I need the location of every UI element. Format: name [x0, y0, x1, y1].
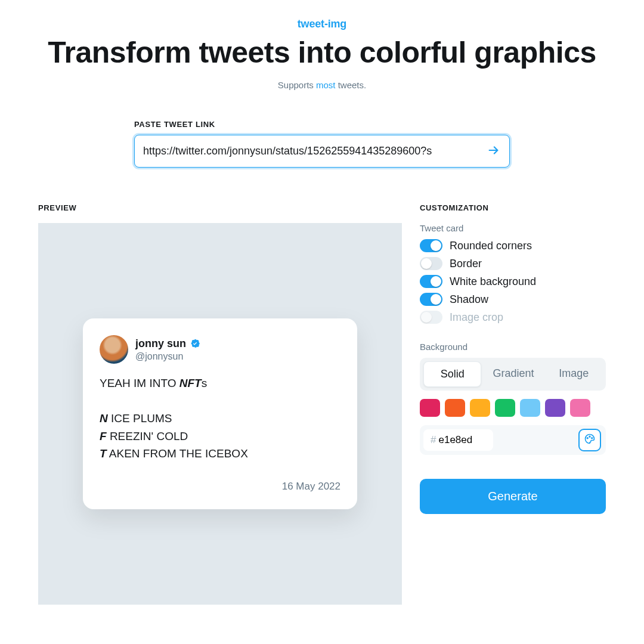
tweet-author-handle: @jonnysun — [135, 351, 200, 362]
generate-button[interactable]: Generate — [420, 479, 606, 514]
hex-input-row: # — [420, 425, 606, 455]
toggle-shadow[interactable] — [420, 293, 442, 306]
swatch-3[interactable] — [495, 399, 515, 417]
verified-badge-icon — [190, 338, 200, 349]
toggle-crop — [420, 311, 442, 324]
arrow-right-icon — [487, 144, 500, 159]
tweet-card-section-label: Tweet card — [420, 223, 606, 233]
svg-point-1 — [587, 438, 588, 439]
bg-tab-gradient[interactable]: Gradient — [485, 361, 541, 387]
swatch-5[interactable] — [545, 399, 565, 417]
tweet-url-input[interactable] — [135, 135, 481, 167]
toggle-label-crop: Image crop — [450, 311, 503, 324]
swatch-1[interactable] — [445, 399, 465, 417]
toggle-border[interactable] — [420, 257, 442, 270]
toggle-rounded[interactable] — [420, 239, 442, 252]
preview-heading: PREVIEW — [38, 203, 402, 212]
hash-symbol: # — [431, 434, 436, 446]
color-picker-button[interactable] — [578, 429, 601, 451]
svg-point-2 — [589, 436, 590, 437]
customization-heading: CUSTOMIZATION — [420, 203, 606, 212]
toggle-label-whitebg: White background — [450, 275, 536, 288]
page-title: Transform tweets into colorful graphics — [38, 36, 606, 69]
url-input-container — [134, 135, 510, 168]
swatch-0[interactable] — [420, 399, 440, 417]
url-input-label: PASTE TWEET LINK — [134, 120, 510, 129]
svg-point-3 — [592, 438, 593, 439]
bg-tab-image[interactable]: Image — [546, 361, 602, 387]
tweet-card: jonny sun @jonnysun YEAH IM INTO NFTs — [83, 318, 357, 509]
avatar — [100, 335, 128, 364]
subtitle-link[interactable]: most — [316, 80, 336, 90]
hex-input[interactable] — [438, 434, 486, 446]
toggle-label-rounded: Rounded corners — [450, 240, 532, 252]
bg-tab-solid[interactable]: Solid — [423, 361, 481, 387]
toggle-label-border: Border — [450, 258, 482, 270]
toggle-label-shadow: Shadow — [450, 293, 488, 306]
swatch-4[interactable] — [520, 399, 540, 417]
submit-button[interactable] — [481, 138, 507, 165]
swatch-2[interactable] — [470, 399, 490, 417]
toggle-whitebg[interactable] — [420, 275, 442, 288]
palette-icon — [584, 433, 596, 447]
background-tabs: SolidGradientImage — [420, 358, 606, 391]
swatch-6[interactable] — [570, 399, 590, 417]
subtitle: Supports most tweets. — [38, 80, 606, 90]
tweet-author-name: jonny sun — [135, 338, 186, 350]
color-swatches — [420, 399, 606, 417]
tweet-date: 16 May 2022 — [100, 481, 340, 493]
background-section-label: Background — [420, 342, 606, 352]
tweet-body: YEAH IM INTO NFTs N ICE PLUMS F REEZIN' … — [100, 374, 340, 462]
preview-canvas: jonny sun @jonnysun YEAH IM INTO NFTs — [38, 223, 402, 605]
brand-logo[interactable]: tweet-img — [38, 18, 606, 30]
